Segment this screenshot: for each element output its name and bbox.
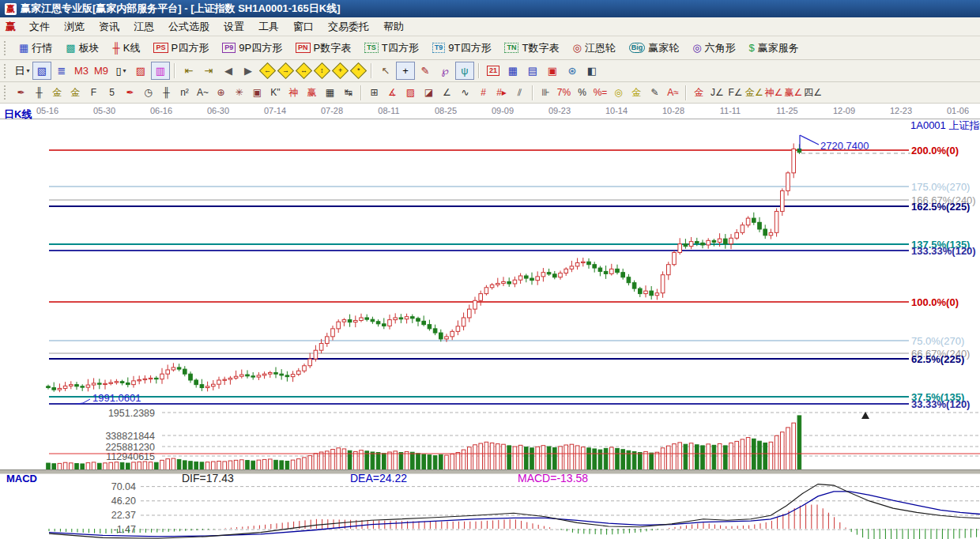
gann-wheel-button[interactable]: ◎江恩轮: [566, 39, 621, 58]
hexagon-button[interactable]: ◎六角形: [686, 39, 741, 58]
menu-item-4[interactable]: 江恩: [126, 18, 161, 36]
f-angle-tool[interactable]: F∠: [726, 84, 744, 101]
kline-button[interactable]: ╫K线: [107, 39, 147, 58]
menu-item-1[interactable]: 文件: [22, 18, 57, 36]
gold-angle-tool[interactable]: 金∠: [744, 84, 764, 101]
ying-grid-tool[interactable]: 赢: [303, 84, 321, 101]
ruler-tool[interactable]: ⊪: [537, 84, 555, 101]
four-angle-tool[interactable]: 四∠: [803, 84, 823, 101]
crosshair-button[interactable]: +: [396, 62, 415, 80]
p-number-table-button[interactable]: PNP数字表: [289, 39, 357, 58]
p-number-table-icon: PN: [296, 43, 311, 53]
menu-item-8[interactable]: 窗口: [286, 18, 321, 36]
prev-page-button[interactable]: ◀: [219, 62, 238, 80]
wave-a-tool[interactable]: A≈: [664, 84, 682, 101]
shift-left-button[interactable]: ←: [258, 62, 276, 79]
calculator-button[interactable]: ▦: [503, 62, 522, 80]
zoom-vertical-button[interactable]: ↕: [313, 62, 330, 79]
star-circle-tool[interactable]: ✳: [230, 84, 248, 101]
lines-tool[interactable]: ╫: [157, 84, 175, 101]
p-square-button[interactable]: PSP四方形: [147, 39, 215, 58]
t-square-button[interactable]: TST四方形: [358, 39, 424, 58]
red-map-button[interactable]: ▨: [131, 62, 150, 80]
shift-right-button[interactable]: →: [277, 62, 294, 79]
save-button[interactable]: ▣: [543, 62, 562, 80]
min9-chart-button[interactable]: M9: [92, 62, 111, 80]
grid-arrow-tool[interactable]: #▸: [492, 84, 511, 101]
fan-box-tool[interactable]: ▨: [401, 84, 420, 101]
winner-wheel-button[interactable]: Big赢家轮: [623, 39, 686, 58]
next-page-button[interactable]: ▶: [239, 62, 258, 80]
menu-item-3[interactable]: 资讯: [92, 18, 126, 36]
gold-circle-tool[interactable]: ◎: [609, 84, 628, 101]
k-mark-tool[interactable]: K": [266, 84, 285, 101]
price-grid-tool[interactable]: ▦: [321, 84, 339, 101]
red-grid-tool[interactable]: #: [474, 84, 492, 101]
grid-lines-tool[interactable]: ╫: [30, 84, 48, 101]
svg-text:200.0%(0): 200.0%(0): [911, 145, 959, 156]
gann-marker-button[interactable]: ℘: [435, 62, 454, 80]
gold-grid-tool[interactable]: 金: [48, 84, 66, 101]
volume-style-button[interactable]: ▥: [151, 62, 170, 80]
zoom-horizontal-button[interactable]: ↔: [295, 62, 312, 79]
sectors-button[interactable]: ▩板块: [59, 39, 105, 58]
last-page-button[interactable]: ⇥: [199, 62, 218, 80]
parallel-lines-tool[interactable]: ⫽: [511, 84, 529, 101]
winner-service-button[interactable]: $赢家服务: [743, 39, 805, 58]
square-circle-tool[interactable]: ▣: [248, 84, 266, 101]
pencil-note-tool[interactable]: ✎: [646, 84, 664, 101]
percent7-tool[interactable]: 7%: [555, 84, 573, 101]
n2-tool[interactable]: n²: [175, 84, 194, 101]
pen-tool[interactable]: ✒: [12, 84, 30, 101]
first-page-button[interactable]: ⇤: [179, 62, 198, 80]
measure-pen-button[interactable]: ✎: [416, 62, 435, 80]
wave-tool[interactable]: ∿: [456, 84, 474, 101]
percent-lines-tool[interactable]: %=: [591, 84, 609, 101]
trend-map-button[interactable]: ▧: [32, 62, 51, 80]
clock-cycle-tool[interactable]: ◷: [139, 84, 157, 101]
menu-item-6[interactable]: 设置: [217, 18, 251, 36]
market-quotes-button[interactable]: ▦行情: [13, 39, 58, 58]
percent-tool[interactable]: %: [573, 84, 591, 101]
zoom-in-button[interactable]: +: [331, 62, 349, 79]
zoom-out-button[interactable]: *: [349, 62, 367, 79]
circle-cross-tool[interactable]: ⊕: [212, 84, 230, 101]
menu-item-7[interactable]: 工具: [251, 18, 286, 36]
gold-lines-tool[interactable]: 金: [628, 84, 646, 101]
analysis-brain-button[interactable]: ψ: [455, 62, 474, 80]
calendar-button[interactable]: 21: [484, 62, 503, 80]
angle-lines-tool[interactable]: ∠: [438, 84, 456, 101]
f-grid-tool[interactable]: F: [85, 84, 103, 101]
p-number-table-button-label: P数字表: [314, 41, 352, 55]
f10-info-button[interactable]: ≣: [52, 62, 71, 80]
network-button[interactable]: ⊛: [563, 62, 582, 80]
gold-grid2-tool[interactable]: 金: [66, 84, 85, 101]
t-number-table-button[interactable]: TNT数字表: [498, 39, 565, 58]
a-line-tool[interactable]: A~: [194, 84, 212, 101]
menu-item-9[interactable]: 交易委托: [321, 18, 376, 36]
min3-chart-button[interactable]: M3: [72, 62, 91, 80]
shen-angle-tool[interactable]: 神∠: [764, 84, 784, 101]
ying-angle-tool[interactable]: 赢∠: [784, 84, 804, 101]
box-tool[interactable]: ⊞: [365, 84, 383, 101]
drag-hand-button[interactable]: ↖: [376, 62, 395, 80]
menu-item-2[interactable]: 浏览: [57, 18, 92, 36]
fan-box2-tool[interactable]: ◪: [420, 84, 438, 101]
notes-button[interactable]: ▤: [523, 62, 542, 80]
menu-item-5[interactable]: 公式选股: [161, 18, 217, 36]
wave-a-icon: A≈: [667, 87, 679, 98]
period-day-dropdown[interactable]: 日▾: [13, 62, 32, 80]
single-candle-dropdown[interactable]: ▯▾: [111, 62, 130, 80]
red-pen-tool[interactable]: ✒: [121, 84, 139, 101]
p9-square-button[interactable]: P99P四方形: [216, 39, 288, 58]
computer-button[interactable]: ◧: [582, 62, 601, 80]
kline-chart[interactable]: 05-1605-3006-1606-3007-1407-2808-1108-25…: [0, 104, 980, 539]
five-grid-tool[interactable]: 5: [103, 84, 121, 101]
gold-red-tool[interactable]: 金: [690, 84, 708, 101]
gann-fan-tool[interactable]: ∡: [383, 84, 401, 101]
t9-square-button[interactable]: T99T四方形: [426, 39, 498, 58]
shen-grid-tool[interactable]: 神: [285, 84, 303, 101]
j-angle-tool[interactable]: J∠: [708, 84, 726, 101]
span-arrows-tool[interactable]: ↹: [339, 84, 357, 101]
menu-item-10[interactable]: 帮助: [376, 18, 411, 36]
